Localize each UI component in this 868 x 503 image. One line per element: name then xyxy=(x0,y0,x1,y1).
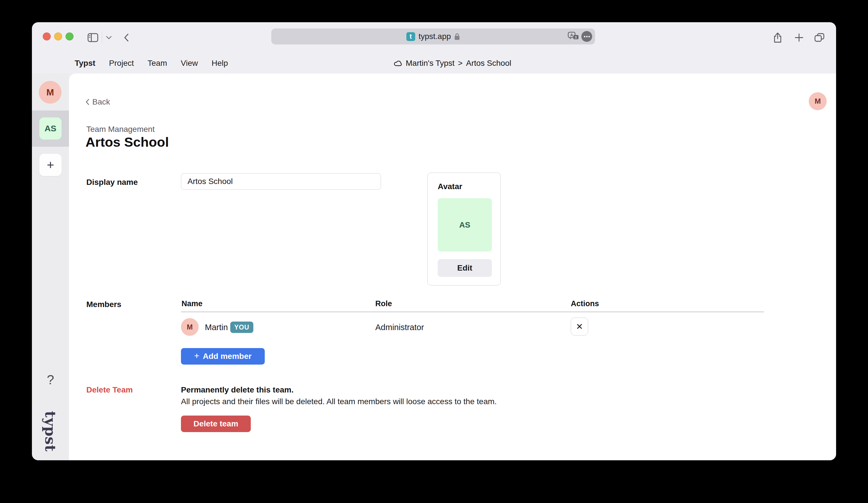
back-link[interactable]: Back xyxy=(85,97,110,106)
minimize-window-button[interactable] xyxy=(54,32,62,40)
close-icon: ✕ xyxy=(576,322,583,332)
avatar-panel: Avatar AS Edit xyxy=(427,172,501,285)
delete-team-button[interactable]: Delete team xyxy=(181,416,251,432)
zoom-window-button[interactable] xyxy=(65,32,73,40)
browser-window: t typst.app A 文 xyxy=(32,22,836,460)
desktop-background: t typst.app A 文 xyxy=(0,0,868,503)
sidebar-toggle-icon[interactable] xyxy=(87,22,99,53)
column-header-name: Name xyxy=(182,299,203,308)
url-text: typst.app xyxy=(418,32,451,41)
table-header-divider xyxy=(181,312,764,312)
column-header-role: Role xyxy=(375,299,392,308)
translate-icon[interactable]: A 文 xyxy=(568,32,579,41)
chevron-left-icon xyxy=(85,98,90,105)
back-label: Back xyxy=(92,97,110,106)
remove-member-button[interactable]: ✕ xyxy=(571,317,588,336)
team-avatar-initials: AS xyxy=(459,220,471,230)
avatar-panel-title: Avatar xyxy=(438,182,462,191)
site-favicon: t xyxy=(406,32,415,41)
delete-team-description: All projects and their files will be del… xyxy=(181,397,497,406)
typst-logo: typst xyxy=(32,408,69,455)
cloud-icon xyxy=(394,60,402,66)
delete-team-label: Delete Team xyxy=(86,385,133,395)
plus-icon: + xyxy=(194,350,199,361)
tab-overview-icon[interactable] xyxy=(813,22,826,53)
traffic-lights xyxy=(43,32,73,40)
breadcrumb: Martin's Typst > Artos School xyxy=(69,53,836,73)
toolbar-divider xyxy=(102,31,102,43)
members-label: Members xyxy=(86,300,121,309)
member-avatar: M xyxy=(181,318,199,336)
sidebar-team-initial: AS xyxy=(44,124,56,133)
lock-icon xyxy=(454,33,460,40)
app-menubar: Typst Project Team View Help Martin's Ty… xyxy=(32,53,836,73)
display-name-input[interactable] xyxy=(181,173,381,190)
close-window-button[interactable] xyxy=(43,32,51,40)
member-name: Martin xyxy=(205,323,228,332)
page-title: Artos School xyxy=(85,134,169,150)
sidebar-team-avatar[interactable]: AS xyxy=(39,117,62,139)
add-member-button[interactable]: + Add member xyxy=(181,348,265,365)
sidebar-add-team-button[interactable]: + xyxy=(39,154,62,176)
sidebar-user-initial: M xyxy=(46,87,54,98)
plus-icon: + xyxy=(47,158,54,172)
user-avatar[interactable]: M xyxy=(809,92,827,110)
address-bar[interactable]: t typst.app A 文 xyxy=(271,29,595,44)
delete-team-headline: Permanently delete this team. xyxy=(181,385,293,395)
breadcrumb-separator: > xyxy=(458,59,463,68)
team-management-page: Back M Team Management Artos School Disp… xyxy=(69,73,836,460)
breadcrumb-team[interactable]: Artos School xyxy=(466,59,511,68)
team-avatar-preview: AS xyxy=(438,198,492,251)
section-eyebrow: Team Management xyxy=(86,125,155,134)
column-header-actions: Actions xyxy=(571,299,599,308)
favicon-letter: t xyxy=(410,32,412,40)
edit-avatar-button[interactable]: Edit xyxy=(438,259,492,277)
you-badge: YOU xyxy=(230,322,253,333)
browser-titlebar: t typst.app A 文 xyxy=(32,22,836,53)
sidebar-user-avatar[interactable]: M xyxy=(39,81,62,104)
help-icon[interactable]: ? xyxy=(32,372,69,387)
chevron-down-icon[interactable] xyxy=(105,22,113,53)
breadcrumb-workspace[interactable]: Martin's Typst xyxy=(406,59,455,68)
svg-text:A: A xyxy=(570,33,573,37)
workspace-sidebar: M AS + ? typst xyxy=(32,73,69,460)
member-role: Administrator xyxy=(375,323,424,332)
sidebar-selected-item-team[interactable]: AS xyxy=(32,111,69,147)
browser-back-icon[interactable] xyxy=(121,22,131,53)
share-icon[interactable] xyxy=(772,22,784,53)
page-settings-icon[interactable] xyxy=(581,31,592,42)
svg-text:文: 文 xyxy=(575,35,578,39)
display-name-label: Display name xyxy=(86,178,138,187)
new-tab-icon[interactable] xyxy=(793,22,805,53)
